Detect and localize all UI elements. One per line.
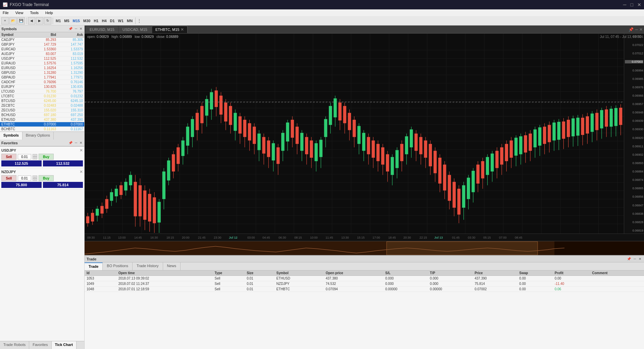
chart-tab-ethbtc[interactable]: ETHBTC, M15 ✕ [152,26,188,33]
tab-tick-chart[interactable]: Tick Chart [52,341,77,349]
symbol-row-eurusd[interactable]: EURUSD1.162541.16256 [0,66,84,70]
symbol-row-euraud[interactable]: EURAUD1.575761.57595 [0,61,84,66]
symbol-row-ltcusd[interactable]: LTCUSD76.70076.797 [0,89,84,94]
symbol-row-btcusd[interactable]: BTCUSD6245.006245.10 [0,99,84,103]
tb-refresh[interactable]: ↻ [44,17,51,24]
svg-rect-173 [371,141,375,158]
mini-chart[interactable] [85,241,644,255]
fav-step-down[interactable]: ▼ [33,157,37,159]
svg-rect-229 [505,144,508,161]
symbol-row-bchbtc[interactable]: BCHBTC0.111630.11167 [0,127,84,132]
svg-rect-209 [457,189,460,214]
favorites-minimize[interactable]: ─ [74,141,78,145]
trade-cell: 2018.07.02 11:24:37 [116,281,213,287]
trade-tab-history[interactable]: Trade History [133,262,163,270]
fav-step-up[interactable]: ▲ [33,176,37,178]
maximize-button[interactable]: □ [631,2,633,7]
menu-tools[interactable]: Tools [29,10,40,15]
tf-h4[interactable]: H4 [100,18,108,23]
symbol-row-zecusd[interactable]: ZECUSD155.020155.310 [0,108,84,113]
tab-trade-robots[interactable]: Trade Robots [0,341,29,349]
close-button[interactable]: ✕ [637,2,641,7]
menu-view[interactable]: View [14,10,25,15]
symbol-row-audjpy[interactable]: AUDJPY83.00783.019 [0,52,84,56]
fav-buy-btn[interactable]: Buy [39,154,54,160]
symbol-row-gbpaud[interactable]: GBPAUD1.779411.77971 [0,75,84,80]
tf-m30[interactable]: M30 [82,18,92,23]
symbol-row-cadchf[interactable]: CADCHF0.760960.76146 [0,80,84,85]
fav-sell-price[interactable]: 75.800 [1,182,42,188]
trade-row[interactable]: 10532018.07.13 09:39:02Sell0.01ETHUSD437… [85,276,644,281]
trade-tab-news[interactable]: News [163,262,181,270]
fav-sell-price[interactable]: 112.525 [1,160,42,166]
menu-help[interactable]: Help [44,10,54,15]
chart-tab-usdcad[interactable]: USDCAD, M15 [119,26,151,33]
symbols-pin[interactable]: 📌 [68,27,73,31]
fav-buy-btn[interactable]: Buy [39,175,54,181]
tf-mn[interactable]: MN [126,18,134,23]
price-label: 0.06957 [625,102,643,106]
symbol-row-gbpusd[interactable]: GBPUSD1.312801.31290 [0,70,84,75]
symbol-row-ethbtc[interactable]: ETHBTC0.070000.07000 [0,122,84,127]
trade-tab-bo-positions[interactable]: BO Positions [103,262,133,270]
symbol-row-usdjpy[interactable]: USDJPY112.525112.532 [0,56,84,61]
tb-more[interactable]: ⋮ [137,18,142,23]
tb-save[interactable]: 💾 [17,17,25,24]
svg-rect-163 [348,113,351,130]
trade-row[interactable]: 10482018.07.01 12:18:59Sell0.01ETHBTC0.0… [85,287,644,292]
fav-sell-btn[interactable]: Sell [1,175,16,181]
tb-back[interactable]: ◀ [28,17,35,24]
favorites-close[interactable]: ✕ [79,141,83,145]
favorites-pin[interactable]: 📌 [68,141,73,145]
symbols-minimize[interactable]: ─ [74,27,78,31]
symbol-row-eurjpy[interactable]: EURJPY130.825130.835 [0,85,84,89]
chart-tab-close[interactable]: ✕ [181,27,184,32]
fav-step-up[interactable]: ▲ [33,154,37,157]
fav-lot-input[interactable] [18,154,31,159]
symbol-row-ltcbtc[interactable]: LTCBTC0.012300.01232 [0,94,84,99]
symbol-row-cadjpy[interactable]: CADJPY85.29385.305 [0,38,84,42]
tf-m1[interactable]: M1 [54,18,62,23]
th-price: Price [473,270,517,276]
symbol-row-bchusd[interactable]: BCHUSD697.180697.250 [0,113,84,117]
trade-panel-minimize[interactable]: ─ [633,257,637,261]
chart-ctrl-pin[interactable]: 📌 [629,27,634,32]
tf-m5[interactable]: M5 [63,18,70,23]
tb-new-chart[interactable]: + [1,17,9,24]
trade-panel-close[interactable]: ✕ [638,257,642,261]
tb-open[interactable]: 📂 [9,17,17,24]
symbol-row-ethusd[interactable]: ETHUSD437.380437.390 [0,117,84,122]
fav-close-btn[interactable]: ✕ [80,169,83,174]
trade-row[interactable]: 10492018.07.02 11:24:37Sell0.01NZDJPY74.… [85,281,644,287]
trade-panel-pin[interactable]: 📌 [626,257,632,261]
fav-buy-price[interactable]: 75.814 [43,182,83,188]
tf-m15[interactable]: M15 [71,18,81,23]
tab-symbols[interactable]: Symbols [0,132,22,140]
symbol-cell: CADCHF [0,80,31,85]
chart-ctrl-close[interactable]: ✕ [639,27,643,32]
fav-sell-btn[interactable]: Sell [1,154,16,160]
tb-forward[interactable]: ▶ [36,17,43,24]
fav-buy-price[interactable]: 112.532 [43,160,83,166]
tf-h1[interactable]: H1 [92,18,100,23]
tf-d1[interactable]: D1 [109,18,116,23]
minimize-button[interactable]: ─ [623,2,627,7]
chart-tab-eurusd[interactable]: EURUSD, M15 [86,26,118,33]
th-type: Type [212,270,245,276]
svg-rect-97 [191,119,194,137]
fav-lot-input[interactable] [18,176,31,181]
symbol-row-zecbtc[interactable]: ZECBTC0.024830.02488 [0,103,84,108]
fav-close-btn[interactable]: ✕ [80,148,83,153]
tab-favorites[interactable]: Favorites [29,341,51,349]
trade-tab-trade[interactable]: Trade [85,262,103,270]
symbols-close[interactable]: ✕ [79,27,83,31]
symbol-row-gbpjpy[interactable]: GBPJPY147.729147.747 [0,42,84,47]
trade-cell: 0.01 [245,281,274,287]
menu-file[interactable]: File [1,10,10,15]
fav-step-down[interactable]: ▼ [33,178,37,181]
chart-ctrl-min[interactable]: ─ [635,27,638,32]
tf-w1[interactable]: W1 [117,18,125,23]
symbol-row-eurcad[interactable]: EURCAD1.533601.53379 [0,47,84,52]
tab-binary-options[interactable]: Binary Options [22,132,54,140]
chart-container[interactable]: open: 0.06829 high: 0.06889 low: 0.06829… [85,34,644,234]
